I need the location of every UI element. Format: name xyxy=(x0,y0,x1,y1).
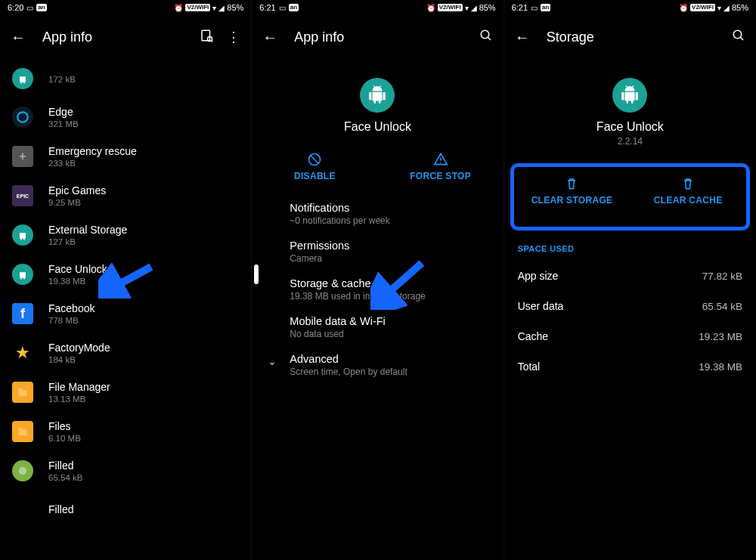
storage-value: 77.82 kB xyxy=(702,271,742,282)
settings-sub: No data used xyxy=(290,329,489,339)
search-icon[interactable] xyxy=(732,29,745,46)
search-icon[interactable] xyxy=(479,29,493,46)
advanced-title: Advanced xyxy=(290,353,407,365)
app-row[interactable]: File Manager13.13 MB xyxy=(0,373,251,412)
settings-row[interactable]: Mobile data & Wi-FiNo data used xyxy=(252,308,503,346)
force-stop-button[interactable]: FORCE STOP xyxy=(378,146,503,195)
svg-point-5 xyxy=(481,30,489,39)
app-size: 233 kB xyxy=(48,159,137,168)
storage-row: Total19.38 MB xyxy=(504,351,756,382)
app-icon xyxy=(12,224,33,246)
storage-rows: App size77.82 kBUser data65.54 kBCache19… xyxy=(504,261,756,382)
battery-pct: 85% xyxy=(479,3,496,12)
app-icon xyxy=(12,264,33,285)
svg-line-6 xyxy=(488,37,491,40)
signal-icon: ◢ xyxy=(723,4,730,12)
app-row[interactable]: +Emergency rescue233 kB xyxy=(0,137,251,176)
app-row[interactable]: External Storage127 kB xyxy=(0,215,251,255)
app-name: Files xyxy=(48,420,81,432)
svg-rect-0 xyxy=(202,30,210,41)
app-row[interactable]: Filled65.54 kB xyxy=(0,451,251,490)
app-name: Face Unlock xyxy=(596,120,664,134)
svg-point-2 xyxy=(17,112,28,122)
alarm-icon: ⏰ xyxy=(679,4,688,12)
more-icon[interactable]: ⋮ xyxy=(227,29,240,46)
back-button[interactable]: ← xyxy=(11,29,26,46)
status-time: 6:20 xyxy=(8,3,23,12)
storage-row: User data65.54 kB xyxy=(504,291,756,321)
app-icon: + xyxy=(12,146,33,167)
app-icon xyxy=(360,78,395,113)
svg-point-12 xyxy=(733,30,742,39)
image-icon: ▭ xyxy=(26,4,33,12)
status-time: 6:21 xyxy=(259,3,275,12)
app-row[interactable]: Filled xyxy=(0,490,251,528)
app-row[interactable]: fFacebook778 MB xyxy=(0,294,251,333)
advanced-sub: Screen time, Open by default xyxy=(290,367,407,377)
signal-icon: ◢ xyxy=(218,4,225,12)
alarm-icon: ⏰ xyxy=(426,4,435,12)
clear-storage-button[interactable]: CLEAR STORAGE xyxy=(514,170,631,219)
app-name: External Storage xyxy=(48,224,127,236)
page-title: Storage xyxy=(547,29,715,45)
app-icon xyxy=(12,382,33,403)
app-icon xyxy=(12,107,33,128)
panel-app-info: 6:21 ▭ an ⏰ V2/WIFI ▾ ◢ 85% ← App info xyxy=(252,0,503,560)
app-name: Face Unlock xyxy=(344,120,411,134)
storage-row: Cache19.23 MB xyxy=(504,321,756,351)
app-name: Emergency rescue xyxy=(48,145,137,157)
settings-title: Notifications xyxy=(290,202,489,214)
page-title: App info xyxy=(42,29,183,45)
status-badge: an xyxy=(289,4,299,11)
app-size: 172 kB xyxy=(48,75,76,84)
app-icon: EPIC xyxy=(12,185,33,206)
app-name: Epic Games xyxy=(48,184,106,196)
status-time: 6:21 xyxy=(512,3,528,12)
status-badge: an xyxy=(541,4,550,11)
clear-cache-label: CLEAR CACHE xyxy=(654,195,723,206)
settings-row[interactable]: Notifications~0 notifications per week xyxy=(252,195,503,233)
scrollbar[interactable] xyxy=(254,265,259,284)
app-row[interactable]: 172 kB xyxy=(0,60,251,97)
app-summary: Face Unlock 2.2.14 xyxy=(504,60,756,159)
storage-row: App size77.82 kB xyxy=(504,261,756,291)
storage-value: 19.38 MB xyxy=(699,361,742,373)
svg-line-4 xyxy=(110,267,151,289)
disable-button[interactable]: DISABLE xyxy=(252,146,377,195)
app-icon xyxy=(12,421,33,442)
action-row: CLEAR STORAGE CLEAR CACHE xyxy=(514,170,746,219)
app-version: 2.2.14 xyxy=(618,136,643,147)
app-row[interactable]: Edge321 MB xyxy=(0,97,251,137)
app-size: 13.13 MB xyxy=(48,394,110,404)
filter-icon[interactable] xyxy=(200,29,213,46)
app-row[interactable]: ★FactoryMode184 kB xyxy=(0,333,251,373)
clear-storage-label: CLEAR STORAGE xyxy=(531,195,613,206)
back-button[interactable]: ← xyxy=(515,29,530,46)
wifi-label: V2/WIFI xyxy=(185,4,210,11)
app-icon xyxy=(12,460,33,481)
wifi-icon: ▾ xyxy=(212,4,216,12)
app-size: 184 kB xyxy=(48,355,110,364)
app-icon: ★ xyxy=(12,342,33,364)
app-row[interactable]: Files6.10 MB xyxy=(0,412,251,451)
disable-label: DISABLE xyxy=(294,171,336,181)
app-size: 127 kB xyxy=(48,237,127,246)
app-name: Edge xyxy=(48,106,79,118)
header: ← App info ⋮ xyxy=(0,15,251,60)
status-badge: an xyxy=(36,4,46,11)
storage-label: Total xyxy=(518,360,541,373)
app-icon: f xyxy=(12,303,33,324)
wifi-icon: ▾ xyxy=(717,4,721,12)
status-bar: 6:21 ▭ an ⏰ V2/WIFI ▾ ◢ 85% xyxy=(504,0,756,15)
back-button[interactable]: ← xyxy=(262,29,277,46)
advanced-row[interactable]: ⌄ Advanced Screen time, Open by default xyxy=(252,346,503,384)
wifi-icon: ▾ xyxy=(465,4,469,12)
status-bar: 6:20 ▭ an ⏰ V2/WIFI ▾ ◢ 85% xyxy=(0,0,251,15)
storage-value: 19.23 MB xyxy=(699,331,742,342)
status-bar: 6:21 ▭ an ⏰ V2/WIFI ▾ ◢ 85% xyxy=(252,0,503,15)
svg-line-13 xyxy=(740,37,743,40)
app-row[interactable]: EPICEpic Games9.25 MB xyxy=(0,176,251,215)
battery-pct: 85% xyxy=(732,3,748,12)
header: ← Storage xyxy=(504,15,756,60)
clear-cache-button[interactable]: CLEAR CACHE xyxy=(630,170,746,219)
